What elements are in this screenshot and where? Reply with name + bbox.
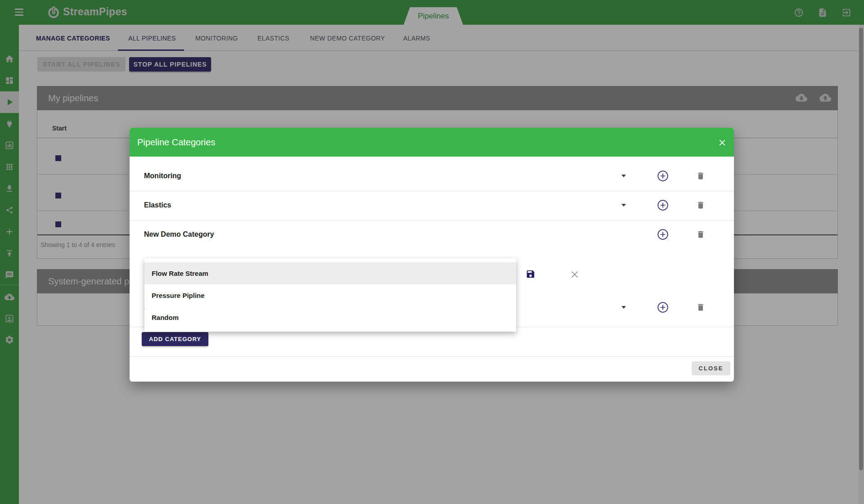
add-category-button[interactable]: ADD CATEGORY [142, 332, 208, 346]
dropdown-option[interactable]: Random [144, 306, 516, 328]
category-label: Elastics [144, 201, 171, 209]
dialog-header: Pipeline Categories [130, 128, 734, 157]
close-button[interactable]: CLOSE [692, 361, 730, 375]
dropdown-caret[interactable] [621, 204, 626, 207]
add-circle-icon[interactable] [657, 229, 669, 242]
save-icon[interactable] [526, 269, 536, 281]
delete-icon[interactable] [696, 302, 705, 314]
delete-icon[interactable] [696, 200, 705, 212]
screen: StreamPipes Pipelines [0, 0, 864, 504]
dropdown-option[interactable]: Pressure Pipline [144, 284, 516, 306]
dialog-title: Pipeline Categories [137, 137, 215, 148]
category-label: Monitoring [144, 172, 181, 180]
add-circle-icon[interactable] [657, 199, 669, 213]
add-circle-icon[interactable] [657, 170, 669, 184]
pipeline-categories-dialog: Pipeline Categories Monitoring Elastics … [130, 128, 734, 382]
dropdown-caret[interactable] [621, 306, 626, 309]
delete-icon[interactable] [696, 171, 705, 183]
close-icon[interactable] [718, 138, 727, 147]
delete-icon[interactable] [696, 230, 705, 241]
dropdown-caret[interactable] [621, 175, 626, 177]
category-label: New Demo Category [144, 230, 214, 238]
cancel-x-icon[interactable] [570, 270, 580, 281]
dropdown-option[interactable]: Flow Rate Stream [144, 262, 516, 284]
category-autocomplete-dropdown: Flow Rate Stream Pressure Pipline Random [144, 258, 516, 332]
add-circle-icon[interactable] [657, 302, 669, 315]
